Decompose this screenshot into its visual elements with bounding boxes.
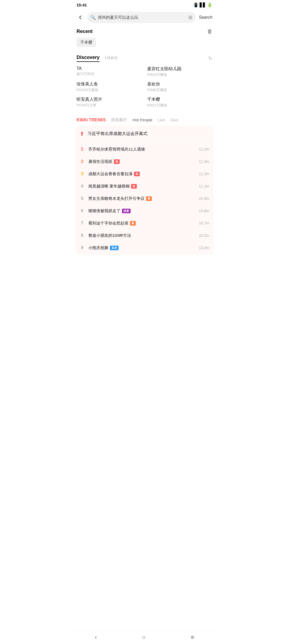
- trend-item[interactable]: 7 看到这个字你会想起谁 新 10.7m: [75, 217, 214, 229]
- trend-text: 看到这个字你会想起谁: [88, 221, 128, 226]
- trend-list: ⬆ 习近平将出席成都大运会开幕式 1 齐齐哈尔体育馆坍塌共11人遇难 12.2m…: [75, 126, 214, 255]
- discovery-main: 废弃红太阳幼儿园: [147, 66, 212, 72]
- discovery-item[interactable]: 喜欢你 约580万播放: [147, 81, 212, 92]
- tab-hot-people[interactable]: Hot People: [132, 115, 152, 124]
- discovery-item[interactable]: 听安真人照片 约109万点赞: [77, 97, 142, 108]
- trend-text: 暑假生活现状: [88, 159, 112, 164]
- trend-rank: 6: [80, 208, 85, 214]
- search-icon: 🔍: [90, 15, 96, 20]
- discovery-tabs: Discovery Users ↻: [77, 55, 212, 62]
- trend-content: 看到这个字你会想起谁 新: [88, 221, 195, 226]
- wifi-icon: ▋▋: [200, 2, 206, 8]
- tab-sousuo[interactable]: 搜索飙升: [111, 115, 127, 125]
- back-button[interactable]: [75, 13, 85, 22]
- badge-exclusive: 独家: [122, 209, 131, 213]
- trend-count: 10.8m: [199, 196, 209, 201]
- trend-count: 11.3m: [199, 159, 209, 164]
- badge-hot: 热: [131, 184, 137, 189]
- trend-item[interactable]: 4 画质越清晰 童年越模糊 热 11.1m: [75, 180, 214, 192]
- trend-count: 11.1m: [199, 184, 209, 188]
- discovery-item[interactable]: 千本樱 约421万播放: [147, 97, 212, 108]
- trends-section: KWAI TREN6S 搜索飙升 Hot People Live Goo ⬆ 习…: [72, 115, 217, 255]
- tab-users[interactable]: Users: [105, 55, 117, 62]
- trend-rank: 1: [80, 147, 85, 152]
- discovery-grid: TA 超72万粉丝 废弃红太阳幼儿园 约619万播放 珍珠美人鱼 约1520万播…: [77, 66, 212, 111]
- trend-item[interactable]: 6 猪猪侠被我抓走了 独家 10.8m: [75, 205, 214, 217]
- bottom-nav: ‹ ○ ≡: [72, 630, 217, 644]
- tab-discovery[interactable]: Discovery: [77, 55, 100, 62]
- discovery-sub: 超72万粉丝: [77, 72, 142, 76]
- trend-content: 暑假生活现状 热: [88, 159, 195, 164]
- search-input[interactable]: 郑州的夏天可以这么玩: [98, 15, 186, 20]
- status-bar: 15:41 📳 ▋▋ 🔋: [72, 0, 217, 10]
- discovery-main: 珍珠美人鱼: [77, 81, 142, 87]
- delete-icon[interactable]: 🗑: [207, 28, 212, 35]
- discovery-sub: 约421万播放: [147, 103, 212, 108]
- discovery-main: 喜欢你: [147, 81, 212, 87]
- trend-item[interactable]: 2 暑假生活现状 热 11.3m: [75, 155, 214, 168]
- trend-content: 小熊庆祝舞 首发: [88, 245, 195, 250]
- discovery-sub: 约580万播放: [147, 88, 212, 92]
- status-time: 15:41: [77, 3, 87, 7]
- trend-content: 画质越清晰 童年越模糊 热: [88, 184, 195, 189]
- tab-kwai-trends[interactable]: KWAI TREN6S: [77, 115, 106, 125]
- recent-tag[interactable]: 千本樱: [77, 38, 96, 47]
- status-icons: 📳 ▋▋ 🔋: [193, 2, 212, 8]
- pin-icon: ⬆: [80, 130, 84, 137]
- trend-content: 男女主亲吻将水龙头打开引争议 新: [88, 196, 195, 201]
- trend-rank: 7: [80, 220, 85, 226]
- refresh-icon[interactable]: ↻: [208, 55, 212, 61]
- tag-list: 千本樱: [77, 38, 212, 47]
- trend-text: 画质越清晰 童年越模糊: [88, 184, 130, 189]
- nav-menu-button[interactable]: ≡: [191, 634, 194, 641]
- discovery-sub: 约1520万播放: [77, 88, 142, 92]
- discovery-section: Discovery Users ↻ TA 超72万粉丝 废弃红太阳幼儿园 约61…: [72, 51, 217, 113]
- trend-pinned-text: 习近平将出席成都大运会开幕式: [88, 131, 147, 137]
- trend-rank: 2: [80, 159, 85, 164]
- discovery-item[interactable]: 珍珠美人鱼 约1520万播放: [77, 81, 142, 92]
- trend-text: 猪猪侠被我抓走了: [88, 208, 120, 214]
- badge-new: 新: [130, 221, 136, 226]
- discovery-sub: 约109万点赞: [77, 103, 142, 108]
- trend-rank: 5: [80, 196, 85, 201]
- recent-section: Recent 🗑 千本樱: [72, 25, 217, 51]
- trend-count: 10.8m: [199, 209, 209, 213]
- search-button[interactable]: Search: [198, 14, 214, 21]
- trend-rank: 8: [80, 233, 85, 238]
- recent-header: Recent 🗑: [77, 28, 212, 35]
- discovery-item[interactable]: 废弃红太阳幼儿园 约619万播放: [147, 66, 212, 77]
- battery-icon: 🔋: [207, 2, 212, 8]
- discovery-main: TA: [77, 66, 142, 71]
- trend-rank: 9: [80, 245, 85, 250]
- tab-other[interactable]: Goo: [170, 115, 178, 124]
- nav-back-button[interactable]: ‹: [95, 634, 97, 641]
- trend-pinned-item[interactable]: ⬆ 习近平将出席成都大运会开幕式: [75, 127, 214, 141]
- trend-count: 12.2m: [199, 147, 209, 151]
- badge-new: 新: [146, 196, 152, 201]
- trend-count: 10.0m: [199, 246, 209, 250]
- trend-rank: 3: [80, 171, 85, 177]
- trend-count: 10.2m: [199, 233, 209, 238]
- tab-live[interactable]: Live: [158, 115, 165, 124]
- header: 🔍 郑州的夏天可以这么玩 ⊞ Search: [72, 10, 217, 25]
- discovery-item[interactable]: TA 超72万粉丝: [77, 66, 142, 77]
- trend-item[interactable]: 9 小熊庆祝舞 首发 10.0m: [75, 242, 214, 254]
- trend-item[interactable]: 1 齐齐哈尔体育馆坍塌共11人遇难 12.2m: [75, 143, 214, 155]
- discovery-main: 听安真人照片: [77, 97, 142, 102]
- nav-home-button[interactable]: ○: [142, 634, 146, 641]
- trend-item[interactable]: 3 成都大运会青春含量拉满 热 11.2m: [75, 168, 214, 180]
- trend-content: 成都大运会青春含量拉满 热: [88, 171, 195, 177]
- trend-text: 齐齐哈尔体育馆坍塌共11人遇难: [88, 147, 145, 152]
- trend-content: 猪猪侠被我抓走了 独家: [88, 208, 195, 214]
- scan-icon[interactable]: ⊞: [188, 14, 192, 20]
- trend-item[interactable]: 5 男女主亲吻将水龙头打开引争议 新 10.8m: [75, 192, 214, 205]
- trend-count: 10.7m: [199, 221, 209, 225]
- search-bar[interactable]: 🔍 郑州的夏天可以这么玩 ⊞: [87, 12, 196, 23]
- badge-hot: 热: [134, 172, 140, 176]
- trend-count: 11.2m: [199, 172, 209, 176]
- badge-hot: 热: [114, 159, 120, 164]
- trend-text: 成都大运会青春含量拉满: [88, 171, 132, 177]
- trend-item[interactable]: 8 整蛊小朋友的100种方法 10.2m: [75, 229, 214, 242]
- divider: [75, 142, 214, 142]
- trend-content: 整蛊小朋友的100种方法: [88, 233, 195, 238]
